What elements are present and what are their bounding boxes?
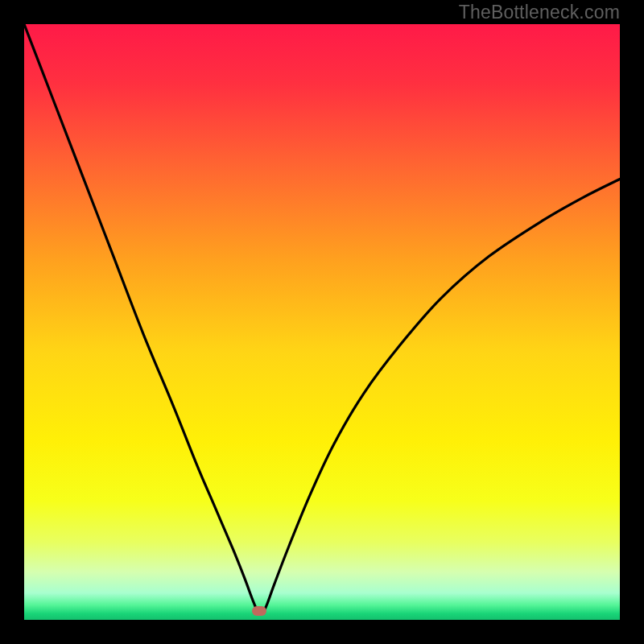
- watermark-text: TheBottleneck.com: [459, 2, 620, 23]
- bottleneck-curve: [24, 24, 620, 620]
- optimal-point-marker: [252, 606, 266, 616]
- plot-area: [24, 24, 620, 620]
